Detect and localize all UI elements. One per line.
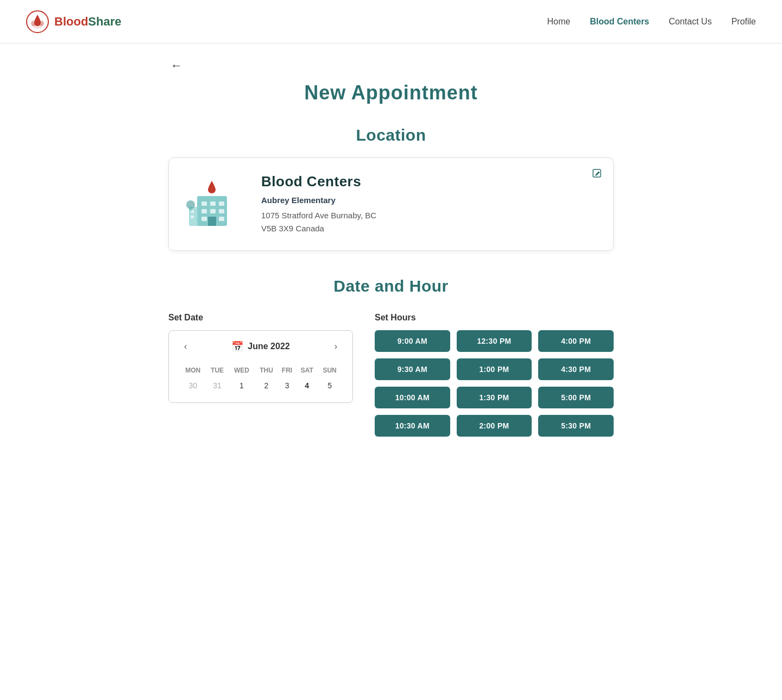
calendar-day[interactable]: 1 bbox=[229, 377, 255, 394]
svg-rect-14 bbox=[208, 217, 216, 226]
cal-header-fri: FRI bbox=[278, 363, 296, 377]
address-line1: 1075 Stratford Ave Burnaby, BC bbox=[261, 211, 376, 220]
cal-header-mon: MON bbox=[180, 363, 206, 377]
hours-column: Set Hours 9:00 AM12:30 PM4:00 PM9:30 AM1… bbox=[375, 313, 614, 437]
hour-button[interactable]: 10:00 AM bbox=[375, 387, 450, 408]
date-hour-section: Date and Hour Set Date ‹ 📅 June 2022 › bbox=[168, 277, 614, 437]
cal-header-sun: SUN bbox=[318, 363, 342, 377]
center-name: Aubrey Elementary bbox=[261, 196, 376, 205]
nav-home[interactable]: Home bbox=[547, 17, 570, 27]
date-picker-column: Set Date ‹ 📅 June 2022 › MON bbox=[168, 313, 353, 403]
logo-blood: Blood bbox=[54, 15, 88, 28]
edit-location-button[interactable] bbox=[591, 168, 603, 182]
set-hours-label: Set Hours bbox=[375, 313, 614, 323]
hour-button[interactable]: 12:30 PM bbox=[457, 330, 532, 352]
logo-text: BloodShare bbox=[54, 15, 121, 29]
hour-button[interactable]: 9:00 AM bbox=[375, 330, 450, 352]
svg-rect-11 bbox=[219, 209, 224, 213]
svg-rect-8 bbox=[219, 201, 224, 206]
svg-rect-19 bbox=[190, 206, 192, 211]
location-card: Blood Centers Aubrey Elementary 1075 Str… bbox=[168, 157, 614, 251]
set-date-label: Set Date bbox=[168, 313, 353, 323]
calendar-month-text: June 2022 bbox=[248, 342, 289, 351]
calendar-month-label: 📅 June 2022 bbox=[231, 340, 289, 352]
cal-header-thu: THU bbox=[255, 363, 278, 377]
date-hour-grid: Set Date ‹ 📅 June 2022 › MON bbox=[168, 313, 614, 437]
date-hour-title: Date and Hour bbox=[168, 277, 614, 295]
logo[interactable]: BloodShare bbox=[26, 10, 121, 33]
calendar-day[interactable]: 4 bbox=[296, 377, 318, 394]
calendar-next-button[interactable]: › bbox=[330, 339, 342, 354]
calendar-day[interactable]: 30 bbox=[180, 377, 206, 394]
calendar-grid: MON TUE WED THU FRI SAT SUN 303112345 bbox=[180, 363, 342, 394]
svg-rect-13 bbox=[219, 217, 224, 221]
back-button[interactable]: ← bbox=[168, 56, 185, 75]
svg-rect-10 bbox=[210, 209, 216, 213]
nav-blood-centers[interactable]: Blood Centers bbox=[590, 17, 649, 27]
cal-header-sat: SAT bbox=[296, 363, 318, 377]
svg-rect-12 bbox=[201, 217, 207, 221]
hour-button[interactable]: 2:00 PM bbox=[457, 415, 532, 437]
calendar-day[interactable]: 5 bbox=[318, 377, 342, 394]
nav-contact-us[interactable]: Contact Us bbox=[669, 17, 712, 27]
svg-rect-7 bbox=[210, 201, 216, 206]
hours-grid: 9:00 AM12:30 PM4:00 PM9:30 AM1:00 PM4:30… bbox=[375, 330, 614, 437]
nav-links: Home Blood Centers Contact Us Profile bbox=[547, 17, 756, 27]
logo-icon bbox=[26, 10, 49, 33]
hour-button[interactable]: 9:30 AM bbox=[375, 358, 450, 380]
hour-button[interactable]: 5:30 PM bbox=[538, 415, 614, 437]
calendar-day[interactable]: 3 bbox=[278, 377, 296, 394]
location-section-title: Location bbox=[168, 126, 614, 144]
cal-header-tue: TUE bbox=[206, 363, 228, 377]
nav-profile[interactable]: Profile bbox=[731, 17, 756, 27]
address: 1075 Stratford Ave Burnaby, BC V5B 3X9 C… bbox=[261, 209, 376, 235]
location-card-title: Blood Centers bbox=[261, 173, 376, 190]
svg-rect-17 bbox=[191, 216, 194, 218]
calendar-day[interactable]: 2 bbox=[255, 377, 278, 394]
calendar-container: ‹ 📅 June 2022 › MON TUE WED bbox=[168, 330, 353, 403]
location-info: Blood Centers Aubrey Elementary 1075 Str… bbox=[261, 173, 376, 235]
hour-button[interactable]: 4:30 PM bbox=[538, 358, 614, 380]
hour-button[interactable]: 1:30 PM bbox=[457, 387, 532, 408]
edit-icon bbox=[591, 168, 603, 180]
address-line2: V5B 3X9 Canada bbox=[261, 224, 324, 233]
logo-share: Share bbox=[88, 15, 121, 28]
cal-header-wed: WED bbox=[229, 363, 255, 377]
hour-button[interactable]: 10:30 AM bbox=[375, 415, 450, 437]
hour-button[interactable]: 5:00 PM bbox=[538, 387, 614, 408]
svg-rect-6 bbox=[201, 201, 207, 206]
hour-button[interactable]: 1:00 PM bbox=[457, 358, 532, 380]
calendar-prev-button[interactable]: ‹ bbox=[180, 339, 191, 354]
calendar-day[interactable]: 31 bbox=[206, 377, 228, 394]
page-title: New Appointment bbox=[168, 81, 614, 104]
calendar-header: ‹ 📅 June 2022 › bbox=[180, 339, 342, 354]
svg-rect-9 bbox=[201, 209, 207, 213]
location-illustration bbox=[186, 174, 246, 234]
hour-button[interactable]: 4:00 PM bbox=[538, 330, 614, 352]
calendar-icon: 📅 bbox=[231, 340, 243, 352]
